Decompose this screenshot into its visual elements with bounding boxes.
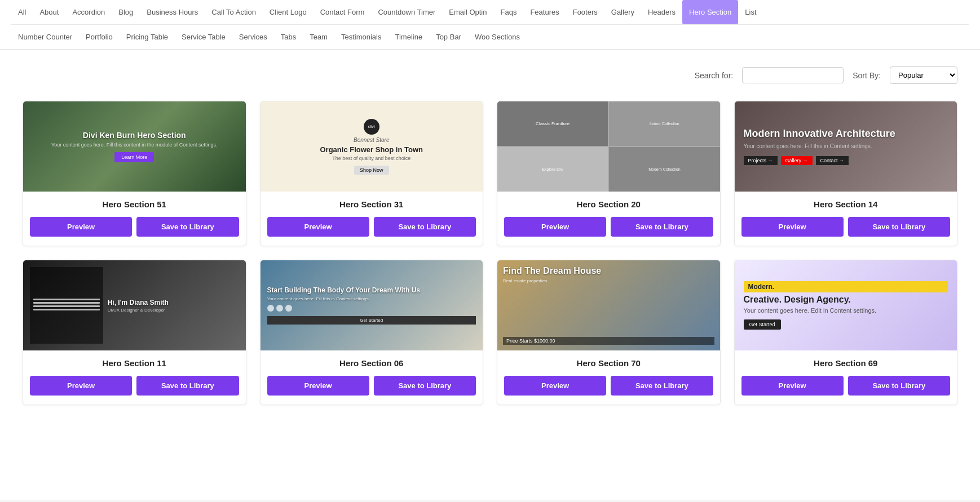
card-body-06: Hero Section 06PreviewSave to Library (261, 350, 483, 405)
thumb-14-overlay: Modern Innovative Architecture Your cont… (735, 101, 957, 192)
save-button-11[interactable]: Save to Library (136, 376, 239, 396)
nav-item-business-hours[interactable]: Business Hours (140, 0, 205, 24)
nav-item-faqs[interactable]: Faqs (493, 0, 523, 24)
thumb-51-button[interactable]: Learn More (114, 152, 154, 162)
card-actions-06: PreviewSave to Library (267, 376, 476, 396)
nav-item-footers[interactable]: Footers (566, 0, 604, 24)
thumb-69-yellow: Modern. (744, 281, 948, 292)
card-title-31: Hero Section 31 (267, 199, 476, 209)
preview-button-20[interactable]: Preview (504, 217, 606, 237)
thumb-31-title: Organic Flower Shop in Town (320, 145, 423, 154)
nav-item-hero-section[interactable]: Hero Section (682, 0, 738, 24)
thumb-06-icon-2 (276, 305, 283, 312)
thumb-70-overlay: Find The Dream House Real estate propert… (497, 260, 720, 350)
nav-item-contact-form[interactable]: Contact Form (314, 0, 372, 24)
preview-button-69[interactable]: Preview (741, 376, 844, 396)
thumb-69-overlay: Modern. Creative. Design Agency. Your co… (735, 260, 957, 350)
thumb-20-cell-2: Indoor Collection (609, 101, 719, 146)
cards-grid: Divi Ken Burn Hero Section Your content … (23, 101, 957, 405)
thumb-11-line-2 (33, 302, 100, 304)
thumb-20-cell-3: Explore Divi (497, 147, 608, 192)
nav-item-timeline[interactable]: Timeline (388, 25, 429, 49)
preview-button-14[interactable]: Preview (741, 217, 844, 237)
nav-item-countdown-timer[interactable]: Countdown Timer (371, 0, 442, 24)
nav-row-2: Number CounterPortfolioPricing TableServ… (11, 25, 969, 49)
nav-item-pricing-table[interactable]: Pricing Table (120, 25, 175, 49)
search-input[interactable] (742, 67, 844, 83)
card-title-51: Hero Section 51 (30, 199, 239, 209)
nav-item-email-optin[interactable]: Email Optin (442, 0, 493, 24)
nav-item-call-to-action[interactable]: Call To Action (205, 0, 263, 24)
thumb-11-overlay: Hi, I'm Diana Smith UI/UX Designer & Dev… (23, 260, 246, 350)
save-button-20[interactable]: Save to Library (611, 217, 713, 237)
save-button-69[interactable]: Save to Library (848, 376, 950, 396)
card-69: Modern. Creative. Design Agency. Your co… (734, 260, 958, 405)
thumb-20-overlay: Classic Furniture Indoor Collection Expl… (497, 101, 720, 192)
card-title-69: Hero Section 69 (741, 358, 951, 368)
card-title-70: Hero Section 70 (504, 358, 713, 368)
thumb-51-title: Divi Ken Burn Hero Section (83, 131, 186, 140)
card-thumb-14: Modern Innovative Architecture Your cont… (735, 101, 957, 192)
nav-item-top-bar[interactable]: Top Bar (429, 25, 468, 49)
nav-item-list[interactable]: List (738, 0, 763, 24)
nav-item-blog[interactable]: Blog (112, 0, 140, 24)
thumb-14-btn-contact[interactable]: Contact → (816, 156, 849, 165)
save-button-70[interactable]: Save to Library (611, 376, 713, 396)
nav-item-testimonials[interactable]: Testimonials (334, 25, 389, 49)
nav-item-features[interactable]: Features (523, 0, 566, 24)
save-button-31[interactable]: Save to Library (374, 217, 476, 237)
card-thumb-51: Divi Ken Burn Hero Section Your content … (23, 101, 246, 192)
card-body-51: Hero Section 51PreviewSave to Library (23, 192, 246, 246)
preview-button-06[interactable]: Preview (267, 376, 369, 396)
card-actions-70: PreviewSave to Library (504, 376, 713, 396)
thumb-20-cell-4: Modern Collection (609, 147, 719, 192)
nav-item-service-table[interactable]: Service Table (175, 25, 232, 49)
thumb-11-line-3 (33, 305, 100, 307)
nav-item-gallery[interactable]: Gallery (604, 0, 641, 24)
thumb-14-btn-projects[interactable]: Projects → (744, 156, 778, 165)
preview-button-11[interactable]: Preview (30, 376, 132, 396)
nav-item-woo-sections[interactable]: Woo Sections (468, 25, 527, 49)
thumb-70-title: Find The Dream House (503, 266, 714, 276)
nav-item-portfolio[interactable]: Portfolio (79, 25, 120, 49)
nav-item-headers[interactable]: Headers (641, 0, 682, 24)
nav-item-accordion[interactable]: Accordion (65, 0, 112, 24)
preview-button-31[interactable]: Preview (267, 217, 369, 237)
card-thumb-11: Hi, I'm Diana Smith UI/UX Designer & Dev… (23, 260, 246, 350)
nav-item-about[interactable]: About (33, 0, 65, 24)
save-button-51[interactable]: Save to Library (136, 217, 239, 237)
thumb-06-icon-3 (285, 305, 292, 312)
card-14: Modern Innovative Architecture Your cont… (734, 101, 958, 246)
card-title-20: Hero Section 20 (504, 199, 713, 209)
card-body-14: Hero Section 14PreviewSave to Library (735, 192, 957, 246)
thumb-14-btn-gallery[interactable]: Gallery → (781, 156, 813, 165)
nav-item-all[interactable]: All (11, 0, 33, 24)
nav-item-team[interactable]: Team (303, 25, 334, 49)
thumb-06-title: Start Building The Body Of Your Dream Wi… (267, 286, 476, 294)
thumb-20-cell-1: Classic Furniture (497, 101, 608, 146)
nav-item-services[interactable]: Services (232, 25, 274, 49)
thumb-14-title: Modern Innovative Architecture (744, 128, 948, 140)
thumb-06-button[interactable]: Get Started (267, 316, 476, 325)
thumb-14-subtitle: Your content goes here. Fill this in Con… (744, 143, 948, 149)
nav-item-client-logo[interactable]: Client Logo (263, 0, 314, 24)
thumb-69-button[interactable]: Get Started (744, 319, 781, 330)
thumb-31-sub: The best of quality and best choice (332, 156, 410, 161)
preview-button-70[interactable]: Preview (504, 376, 606, 396)
card-body-70: Hero Section 70PreviewSave to Library (497, 350, 720, 405)
save-button-14[interactable]: Save to Library (848, 217, 950, 237)
preview-button-51[interactable]: Preview (30, 217, 132, 237)
nav-item-tabs[interactable]: Tabs (274, 25, 303, 49)
sort-select[interactable]: PopularNewestOldest (890, 66, 957, 84)
thumb-70-price: Price Starts $1000.00 (503, 337, 714, 345)
save-button-06[interactable]: Save to Library (374, 376, 476, 396)
thumb-11-name: Hi, I'm Diana Smith (108, 299, 239, 306)
nav-item-number-counter[interactable]: Number Counter (11, 25, 79, 49)
thumb-31-button[interactable]: Shop Now (354, 166, 389, 175)
card-actions-20: PreviewSave to Library (504, 217, 713, 237)
card-actions-11: PreviewSave to Library (30, 376, 239, 396)
main-content: Search for: Sort By: PopularNewestOldest… (0, 50, 980, 500)
thumb-70-spacer (503, 283, 714, 337)
card-thumb-70: Find The Dream House Real estate propert… (497, 260, 720, 350)
card-actions-14: PreviewSave to Library (741, 217, 951, 237)
